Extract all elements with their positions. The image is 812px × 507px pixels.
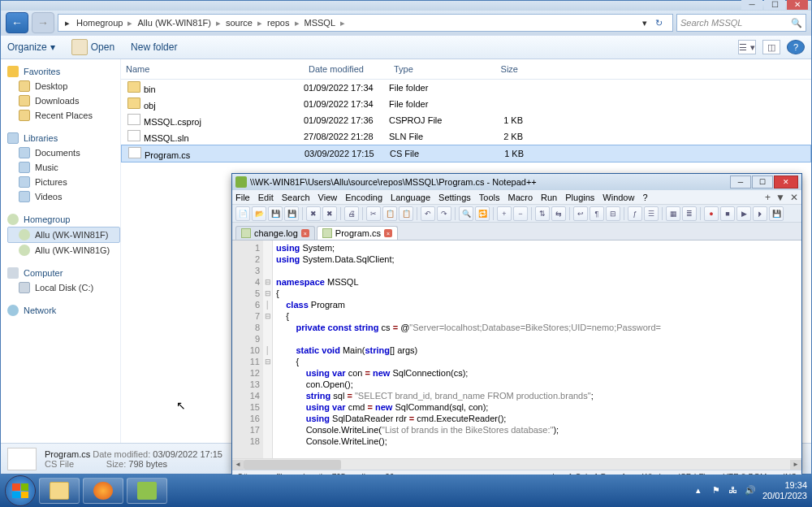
find-icon[interactable]: 🔍 (459, 206, 473, 221)
organize-button[interactable]: Organize ▾ (7, 41, 55, 53)
undo-icon[interactable]: ↶ (421, 206, 435, 221)
tab-changelog[interactable]: change.log× (235, 226, 315, 240)
tab-close-icon[interactable]: × (301, 229, 309, 237)
breadcrumb-item[interactable]: MSSQL (301, 18, 339, 28)
start-button[interactable] (5, 475, 36, 506)
file-row[interactable]: Program.cs03/09/2022 17:15CS File1 KB (121, 145, 811, 162)
sidebar-item-downloads[interactable]: Downloads (7, 93, 120, 108)
file-list-header[interactable]: Name Date modified Type Size (121, 59, 811, 80)
sidebar-item-user2[interactable]: Allu (WK-WIN81G) (7, 243, 120, 258)
npp-close-button[interactable]: ✕ (774, 176, 798, 188)
print-icon[interactable]: 🖨 (344, 206, 359, 221)
doc-list-icon[interactable]: ≣ (682, 206, 697, 221)
save-icon[interactable]: 💾 (268, 206, 283, 221)
menu-encoding[interactable]: Encoding (345, 193, 382, 202)
network-icon[interactable]: 🖧 (728, 485, 740, 496)
menu-search[interactable]: Search (282, 193, 310, 202)
column-date[interactable]: Date modified (304, 63, 389, 76)
folder-tree-icon[interactable]: ☰ (644, 206, 659, 221)
sidebar-item-documents[interactable]: Documents (7, 145, 120, 160)
back-button[interactable]: ← (6, 12, 28, 33)
column-type[interactable]: Type (389, 63, 474, 76)
search-input[interactable]: Search MSSQL 🔍 (676, 14, 806, 32)
taskbar-notepadpp[interactable] (127, 478, 167, 504)
file-row[interactable]: bin01/09/2022 17:34File folder (121, 80, 811, 96)
tab-close-icon[interactable]: × (384, 229, 392, 237)
menu-settings[interactable]: Settings (438, 193, 471, 202)
taskbar-firefox[interactable] (83, 478, 123, 504)
sidebar-favorites[interactable]: Favorites (7, 64, 120, 79)
minimize-button[interactable]: ─ (741, 0, 762, 10)
zoom-in-icon[interactable]: + (497, 206, 512, 221)
file-row[interactable]: MSSQL.sln27/08/2022 21:28SLN File2 KB (121, 128, 811, 145)
forward-button[interactable]: → (32, 12, 54, 33)
breadcrumb-item[interactable]: Homegroup (73, 18, 126, 28)
scroll-right-icon[interactable]: ► (790, 460, 801, 470)
open-button[interactable]: Open (71, 39, 114, 55)
sidebar-item-user1[interactable]: Allu (WK-WIN81F) (7, 227, 120, 243)
view-button[interactable]: ☰ ▾ (738, 40, 756, 54)
help-button[interactable]: ? (787, 40, 805, 54)
npp-hscrollbar[interactable]: ◄ ► (232, 458, 801, 470)
sidebar-item-recent[interactable]: Recent Places (7, 108, 120, 123)
sidebar-network[interactable]: Network (7, 303, 120, 318)
function-list-icon[interactable]: ƒ (628, 206, 642, 221)
volume-icon[interactable]: 🔊 (745, 485, 756, 496)
column-size[interactable]: Size (474, 63, 523, 76)
npp-minimize-button[interactable]: ─ (730, 176, 751, 188)
menu-edit[interactable]: Edit (258, 193, 274, 202)
sidebar-libraries[interactable]: Libraries (7, 131, 120, 145)
sidebar-item-videos[interactable]: Videos (7, 189, 120, 204)
scroll-left-icon[interactable]: ◄ (232, 460, 244, 470)
action-center-icon[interactable]: ⚑ (712, 485, 723, 496)
add-icon[interactable]: + (765, 192, 771, 203)
breadcrumb[interactable]: ▸ Homegroup▸ Allu (WK-WIN81F)▸ source▸ r… (58, 14, 673, 32)
sync-v-icon[interactable]: ⇅ (535, 206, 550, 221)
open-file-icon[interactable]: 📂 (252, 206, 266, 221)
tab-programcs[interactable]: Program.cs× (317, 226, 398, 240)
playback-multi-icon[interactable]: ⏵ (753, 206, 767, 221)
file-row[interactable]: MSSQL.csproj01/09/2022 17:36CSPROJ File1… (121, 112, 811, 128)
save-macro-icon[interactable]: 💾 (769, 206, 784, 221)
close-icon[interactable]: ✕ (790, 192, 798, 203)
close-all-icon[interactable]: ✖ (322, 206, 337, 221)
chevron-down-icon[interactable]: ▼ (775, 192, 785, 203)
close-file-icon[interactable]: ✖ (306, 206, 321, 221)
npp-maximize-button[interactable]: ☐ (752, 176, 773, 188)
code-area[interactable]: using System;using System.Data.SqlClient… (273, 240, 801, 458)
paste-icon[interactable]: 📋 (399, 206, 413, 221)
menu-help[interactable]: ? (642, 193, 647, 202)
replace-icon[interactable]: 🔁 (475, 206, 490, 221)
doc-map-icon[interactable]: ▦ (666, 206, 680, 221)
explorer-titlebar[interactable]: ─ ☐ ✕ (1, 1, 811, 11)
play-macro-icon[interactable]: ▶ (736, 206, 751, 221)
close-button[interactable]: ✕ (787, 0, 808, 10)
sync-h-icon[interactable]: ⇆ (551, 206, 566, 221)
menu-plugins[interactable]: Plugins (565, 193, 594, 202)
indent-guide-icon[interactable]: ⊟ (606, 206, 620, 221)
new-folder-button[interactable]: New folder (131, 41, 177, 53)
preview-pane-button[interactable]: ◫ (762, 40, 780, 54)
maximize-button[interactable]: ☐ (764, 0, 785, 10)
taskbar-explorer[interactable] (39, 478, 80, 504)
menu-view[interactable]: View (318, 193, 338, 202)
save-all-icon[interactable]: 💾 (284, 206, 299, 221)
fold-gutter[interactable]: ⊟⊟│⊟│⊟ (263, 240, 273, 458)
file-row[interactable]: obj01/09/2022 17:34File folder (121, 96, 811, 112)
zoom-out-icon[interactable]: − (513, 206, 528, 221)
show-all-icon[interactable]: ¶ (590, 206, 604, 221)
sidebar-homegroup[interactable]: Homegroup (7, 212, 120, 227)
sidebar-item-localdisk[interactable]: Local Disk (C:) (7, 280, 120, 295)
new-file-icon[interactable]: 📄 (235, 206, 250, 221)
record-macro-icon[interactable]: ● (704, 206, 719, 221)
menu-language[interactable]: Language (391, 193, 430, 202)
refresh-icon[interactable]: ↻ (652, 18, 666, 28)
sidebar-computer[interactable]: Computer (7, 266, 120, 280)
breadcrumb-dropdown-icon[interactable]: ▾ (639, 18, 650, 28)
menu-macro[interactable]: Macro (508, 193, 533, 202)
breadcrumb-item[interactable]: repos (264, 18, 293, 28)
column-name[interactable]: Name (121, 63, 304, 76)
npp-editor[interactable]: 123456789101112131415161718 ⊟⊟│⊟│⊟ using… (232, 240, 801, 458)
breadcrumb-item[interactable]: source (222, 18, 256, 28)
menu-tools[interactable]: Tools (479, 193, 500, 202)
